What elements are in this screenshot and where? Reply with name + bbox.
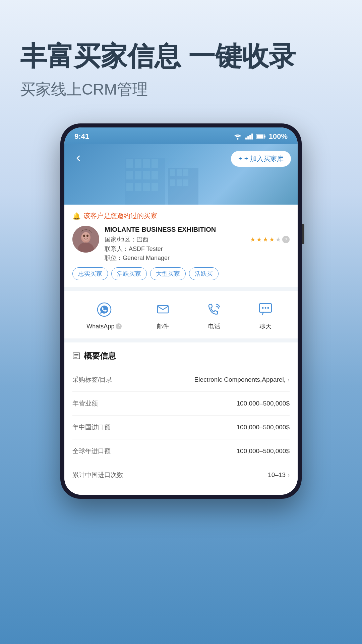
chevron-icon-0: › [288, 376, 290, 383]
svg-rect-20 [183, 169, 188, 176]
back-button[interactable] [71, 151, 86, 166]
info-row-4[interactable]: 累计中国进口次数 10–13 › [72, 463, 290, 487]
tag-active2: 活跃买 [189, 267, 219, 280]
main-title: 丰富买家信息 一键收录 [20, 40, 342, 72]
star-rating: ★ ★ ★ ★ ★ [250, 236, 281, 243]
add-buyer-label: + 加入买家库 [244, 154, 284, 163]
info-value-4: 10–13 › [268, 471, 290, 479]
whatsapp-action[interactable]: WhatsApp ? [86, 300, 122, 330]
info-label-2: 年中国进口额 [72, 423, 111, 432]
info-label-3: 全球年进口额 [72, 447, 111, 455]
phone-inner: 9:41 [64, 127, 298, 495]
info-row-3: 全球年进口额 100,000–500,000$ [72, 439, 290, 463]
signal-icon [245, 133, 253, 140]
svg-rect-9 [126, 171, 133, 179]
mail-label: 邮件 [157, 322, 169, 330]
info-value-2: 100,000–500,000$ [237, 424, 290, 431]
svg-rect-19 [177, 169, 182, 176]
plus-icon: + [238, 155, 242, 163]
svg-point-33 [262, 307, 263, 309]
svg-rect-10 [135, 171, 141, 179]
whatsapp-help-icon[interactable]: ? [116, 323, 122, 329]
svg-rect-2 [257, 135, 263, 139]
svg-rect-22 [177, 179, 182, 186]
svg-rect-13 [126, 183, 133, 191]
info-value-0: Electronic Components,Apparel, › [194, 376, 290, 383]
sub-title: 买家线上CRM管理 [20, 79, 342, 100]
status-time: 9:41 [74, 132, 89, 141]
phone-frame: 9:41 [60, 123, 302, 499]
buyer-info-row: MIOLANTE BUSINESS EXHIBITION 国家/地区：巴西 ★ … [72, 226, 290, 262]
action-section: WhatsApp ? 邮件 [64, 291, 298, 338]
whatsapp-icon-circle [94, 300, 114, 320]
chevron-icon-4: › [288, 472, 290, 479]
svg-rect-15 [143, 183, 150, 191]
svg-rect-11 [143, 171, 150, 179]
chat-action[interactable]: 聊天 [255, 299, 276, 330]
section-title: 概要信息 [72, 351, 290, 361]
tag-large: 大型买家 [150, 267, 186, 280]
info-label-0: 采购标签/目录 [72, 375, 112, 384]
svg-rect-23 [183, 179, 188, 186]
info-label-1: 年营业额 [72, 399, 98, 408]
svg-point-0 [237, 138, 238, 140]
battery-percent: 100% [269, 132, 288, 141]
mail-icon-circle [153, 299, 173, 319]
info-row-2: 年中国进口额 100,000–500,000$ [72, 416, 290, 439]
svg-rect-12 [152, 171, 158, 179]
mail-action[interactable]: 邮件 [153, 299, 173, 330]
phone-action[interactable]: 电话 [204, 299, 224, 330]
tag-loyal: 忠实买家 [72, 267, 108, 280]
buyer-notice: 🔔 该客户是您邀约过的买家 [72, 211, 290, 220]
svg-rect-8 [152, 159, 158, 168]
tag-active: 活跃买家 [111, 267, 147, 280]
buyer-details: MIOLANTE BUSINESS EXHIBITION 国家/地区：巴西 ★ … [105, 226, 290, 262]
svg-rect-3 [264, 136, 265, 138]
rating-help-icon[interactable]: ? [282, 236, 290, 243]
svg-rect-5 [126, 159, 133, 168]
svg-rect-16 [152, 183, 158, 191]
svg-point-35 [267, 307, 269, 309]
info-section: 概要信息 采购标签/目录 Electronic Components,Appar… [64, 342, 298, 495]
svg-point-29 [86, 235, 88, 237]
info-row-0[interactable]: 采购标签/目录 Electronic Components,Apparel, › [72, 368, 290, 392]
buyer-card: 🔔 该客户是您邀约过的买家 [64, 205, 298, 287]
tags-row: 忠实买家 活跃买家 大型买家 活跃买 [72, 267, 290, 280]
svg-rect-21 [170, 179, 175, 186]
country-row: 国家/地区：巴西 ★ ★ ★ ★ ★ ? [105, 235, 290, 244]
svg-point-34 [264, 307, 266, 309]
phone-container: 9:41 [0, 123, 362, 499]
notice-icon: 🔔 [72, 212, 81, 220]
country-text: 国家/地区：巴西 [105, 235, 148, 244]
svg-rect-14 [135, 183, 141, 191]
whatsapp-label: WhatsApp ? [86, 323, 122, 330]
phone-side-button [302, 224, 304, 244]
battery-icon [256, 134, 265, 139]
notice-text: 该客户是您邀约过的买家 [83, 211, 157, 220]
section-title-text: 概要信息 [84, 351, 116, 361]
add-buyer-button[interactable]: + + 加入买家库 [231, 151, 291, 167]
svg-rect-7 [143, 159, 150, 168]
status-right: 100% [233, 132, 288, 141]
svg-point-28 [83, 235, 85, 237]
chat-icon-circle [255, 299, 276, 319]
phone-label: 电话 [208, 322, 220, 330]
svg-rect-6 [135, 159, 141, 168]
status-bar: 9:41 [64, 127, 298, 144]
chat-label: 聊天 [259, 322, 272, 330]
header-section: 丰富买家信息 一键收录 买家线上CRM管理 [0, 0, 362, 113]
info-value-1: 100,000–500,000$ [237, 400, 290, 407]
info-row-1: 年营业额 100,000–500,000$ [72, 392, 290, 416]
info-label-4: 累计中国进口次数 [72, 471, 123, 479]
section-icon [72, 352, 80, 360]
phone-icon-circle [204, 299, 224, 319]
svg-point-27 [82, 232, 89, 241]
buyer-avatar [72, 226, 99, 253]
position-text: 职位：General Manager [105, 254, 290, 262]
info-value-3: 100,000–500,000$ [237, 447, 290, 455]
company-name: MIOLANTE BUSINESS EXHIBITION [105, 226, 290, 233]
svg-rect-18 [170, 169, 175, 176]
contact-text: 联系人：ASDF Tester [105, 245, 290, 253]
wifi-icon [233, 133, 242, 140]
phone-header-image: + + 加入买家库 [64, 144, 298, 205]
